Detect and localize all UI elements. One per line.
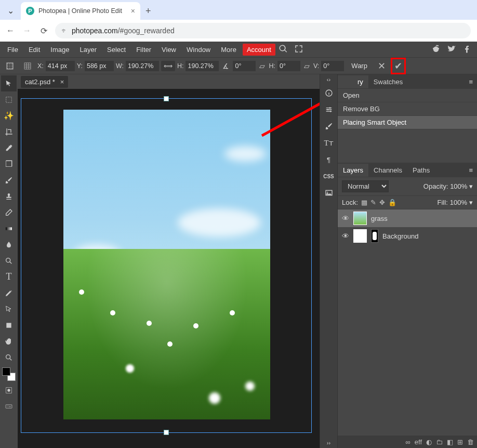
lock-pixels-icon[interactable]: ✎ [370,199,376,206]
search-icon[interactable] [279,44,288,55]
reference-point-icon[interactable] [2,58,18,74]
new-layer-icon[interactable]: ⊞ [457,438,463,446]
lock-transparent-icon[interactable]: ▩ [361,199,367,206]
collapse-right-icon[interactable]: ›› [321,438,337,447]
paths-tab[interactable]: Paths [407,164,435,177]
visibility-icon[interactable]: 👁 [342,214,349,222]
h-input[interactable] [186,61,219,71]
blur-tool-icon[interactable] [1,236,17,253]
move-tool-icon[interactable] [1,75,17,91]
browser-tab[interactable]: P Photopea | Online Photo Edit × [21,2,140,20]
css-panel-icon[interactable]: CSS [321,168,337,184]
layer-effects-icon[interactable]: eff [415,438,422,446]
site-info-icon[interactable]: ᯤ [61,27,68,34]
menu-filter[interactable]: Filter [131,44,156,56]
foreground-color-swatch[interactable] [2,367,10,376]
reddit-icon[interactable] [431,44,441,55]
tab-list-caret[interactable]: ⌄ [3,3,18,18]
visibility-icon[interactable]: 👁 [342,232,349,240]
shape-tool-icon[interactable] [1,317,17,333]
layers-tab[interactable]: Layers [338,164,368,177]
quickmask-icon[interactable] [1,382,17,398]
zoom-tool-icon[interactable] [1,349,17,365]
layer-thumbnail[interactable] [353,229,367,243]
panel-menu-icon[interactable]: ≡ [465,76,477,88]
layer-name[interactable]: grass [371,215,388,222]
menu-file[interactable]: File [2,44,23,56]
layer-mask-thumbnail[interactable] [371,229,378,243]
history-item[interactable]: Remove BG [338,102,477,116]
back-icon[interactable]: ← [5,26,16,35]
skew-h-input[interactable] [277,61,300,71]
menu-more[interactable]: More [216,44,242,56]
hand-tool-icon[interactable] [1,333,17,349]
forward-icon[interactable]: → [22,26,32,35]
fullscreen-icon[interactable] [294,44,303,55]
skew-v-input[interactable] [321,61,344,71]
eraser-tool-icon[interactable] [1,204,17,220]
type-tool-icon[interactable]: T [1,269,17,285]
collapse-left-icon[interactable]: ‹› [321,75,337,84]
transform-handle-bottom[interactable] [164,430,169,435]
keyboard-icon[interactable] [1,398,17,414]
new-tab-button[interactable]: + [145,6,151,17]
menu-edit[interactable]: Edit [23,44,45,56]
y-input[interactable] [85,61,114,71]
history-tab[interactable]: ry [338,75,368,88]
dodge-tool-icon[interactable] [1,253,17,269]
heal-tool-icon[interactable]: ❐ [1,156,17,172]
warp-button[interactable]: Warp [351,62,367,70]
reload-icon[interactable]: ⟳ [38,26,49,36]
blend-mode-select[interactable]: Normal [342,180,389,192]
fill-value[interactable]: 100% [450,199,467,206]
layer-row[interactable]: 👁 Background [338,227,477,245]
menu-image[interactable]: Image [45,44,74,56]
document-tab-close-icon[interactable]: × [60,78,64,86]
eyedropper-tool-icon[interactable] [1,140,17,156]
lock-all-icon[interactable]: 🔒 [388,199,396,206]
twitter-icon[interactable] [447,44,456,55]
cancel-transform-icon[interactable]: ✕ [378,60,386,72]
w-input[interactable] [126,61,159,71]
new-folder-icon[interactable]: 🗀 [436,438,443,446]
add-mask-icon[interactable]: ◐ [426,438,432,446]
menu-window[interactable]: Window [181,44,216,56]
channels-tab[interactable]: Channels [368,164,407,177]
path-select-tool-icon[interactable] [1,301,17,317]
x-input[interactable] [46,61,75,71]
link-wh-icon[interactable]: ⟺ [161,61,175,71]
facebook-icon[interactable] [462,44,472,55]
menu-layer[interactable]: Layer [75,44,102,56]
character-panel-icon[interactable]: Tᴛ [321,135,337,151]
adjust-panel-icon[interactable] [321,102,337,117]
menu-select[interactable]: Select [102,44,131,56]
menu-view[interactable]: View [156,44,181,56]
info-panel-icon[interactable] [321,85,337,101]
wand-tool-icon[interactable]: ✨ [1,108,17,124]
crop-tool-icon[interactable] [1,124,17,140]
swatches-tab[interactable]: Swatches [368,75,408,88]
transform-handle-top[interactable] [164,96,169,101]
layer-name[interactable]: Background [382,232,418,240]
layers-panel-menu-icon[interactable]: ≡ [465,164,477,176]
brush-panel-icon[interactable] [321,118,337,134]
pen-tool-icon[interactable] [1,285,17,301]
layer-row[interactable]: 👁 grass [338,209,477,227]
brush-tool-icon[interactable] [1,172,17,188]
menu-account[interactable]: Account [243,44,275,56]
color-swatches[interactable] [1,366,17,382]
adjustment-layer-icon[interactable]: ◧ [447,438,453,446]
paragraph-panel-icon[interactable]: ¶ [321,152,337,167]
canvas-zone[interactable] [18,89,320,448]
stamp-tool-icon[interactable] [1,188,17,204]
opacity-value[interactable]: 100% [450,182,467,190]
marquee-tool-icon[interactable] [1,91,17,108]
lock-position-icon[interactable]: ✥ [379,199,385,206]
layer-thumbnail[interactable] [353,212,367,225]
delete-layer-icon[interactable]: 🗑 [467,438,474,446]
grid-toggle-icon[interactable] [20,58,35,74]
confirm-transform-icon[interactable]: ✔ [394,60,402,72]
rotate-input[interactable] [233,61,256,71]
document-tab[interactable]: cat2.psd * × [21,76,68,88]
address-bar[interactable]: ᯤ photopea.com/#goog_rewarded [55,23,471,38]
